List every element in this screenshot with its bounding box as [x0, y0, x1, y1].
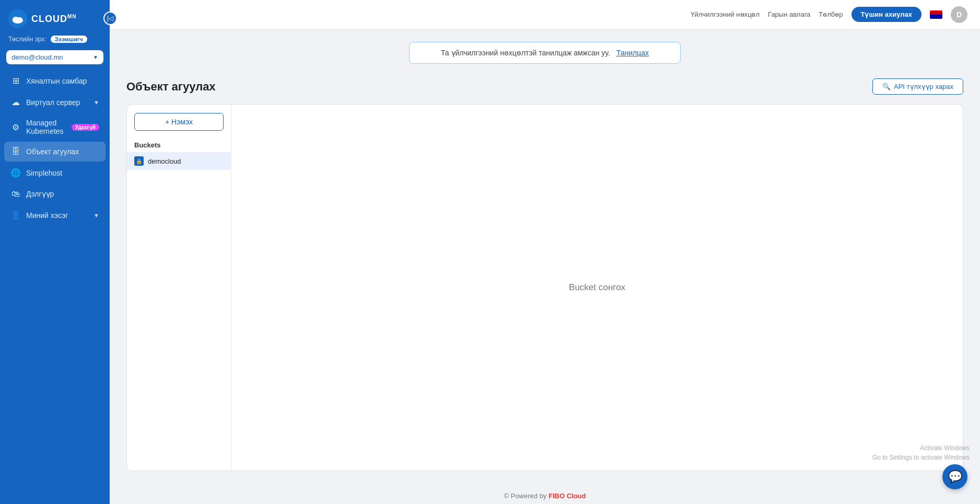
- storage-icon: 🗄: [10, 147, 21, 156]
- page-header: Объект агуулах 🔍 API түлхүүр харах: [126, 78, 963, 95]
- language-flag-mn[interactable]: [930, 10, 942, 19]
- sidebar-item-dashboard[interactable]: ⊞ Хяналтын самбар: [4, 71, 106, 91]
- logo-icon: [8, 9, 27, 28]
- gear-icon: ⚙: [10, 122, 21, 132]
- content-area: Та үйлчилгээний нөхцөлтэй танилцаж амжса…: [110, 29, 980, 484]
- footer-text: © Powered by: [504, 492, 549, 500]
- notice-text: Та үйлчилгээний нөхцөлтэй танилцаж амжса…: [441, 49, 610, 57]
- sidebar-item-label: Хяналтын самбар: [26, 77, 99, 85]
- bucket-list-item[interactable]: 🔒 democloud: [127, 152, 231, 170]
- page-title: Объект агуулах: [126, 80, 216, 94]
- dashboard-icon: ⊞: [10, 76, 21, 86]
- store-icon: 🛍: [10, 189, 21, 199]
- chat-icon: 💬: [948, 470, 962, 484]
- storage-panel: + Нэмэх Buckets 🔒 democloud Bucket сонго…: [126, 104, 963, 471]
- sidebar-item-store[interactable]: 🛍 Дэлгүүр: [4, 184, 106, 204]
- sidebar-item-label: Simplehost: [26, 169, 99, 177]
- sidebar-role: Төслийн эрх: Зээмшигч: [0, 36, 110, 47]
- upgrade-button[interactable]: Түшин ахиулах: [851, 7, 921, 22]
- user-icon: 👤: [10, 210, 21, 220]
- sidebar: CLOUDMN |◁ Төслийн эрх: Зээмшигч demo@cl…: [0, 0, 110, 504]
- sidebar-item-virtual-server[interactable]: ☁ Виртуал сервер ▼: [4, 92, 106, 112]
- bucket-empty-state: Bucket сонгох: [231, 105, 963, 471]
- account-email: demo@cloud.mn: [11, 53, 63, 61]
- lock-icon: 🔒: [136, 158, 142, 164]
- sidebar-item-object-storage[interactable]: 🗄 Объект агуулах: [4, 142, 106, 162]
- footer: © Powered by FIBO Cloud: [110, 484, 980, 504]
- cloud-icon: ☁: [10, 97, 21, 107]
- sidebar-item-label: Дэлгүүр: [26, 190, 99, 198]
- role-label: Төслийн эрх:: [8, 36, 46, 43]
- sidebar-item-label: Миний хэсэг: [26, 211, 88, 220]
- sidebar-item-simplehost[interactable]: 🌐 Simplehost: [4, 163, 106, 183]
- topbar-link-terms[interactable]: Үйлчилгээний нөхцөл: [691, 10, 760, 18]
- sidebar-item-label: Виртуал сервер: [26, 98, 88, 107]
- logo-text: CLOUDMN: [31, 14, 77, 25]
- role-badge: Зээмшигч: [51, 36, 87, 43]
- sidebar-item-label: Объект агуулах: [26, 147, 99, 156]
- notice-bar: Та үйлчилгээний нөхцөлтэй танилцаж амжса…: [409, 42, 681, 64]
- sidebar-item-label: Managed Kubernetes: [26, 119, 64, 135]
- buckets-label: Buckets: [127, 138, 231, 152]
- sidebar-item-kubernetes[interactable]: ⚙ Managed Kubernetes Удахгүй: [4, 113, 106, 141]
- add-bucket-button[interactable]: + Нэмэх: [134, 113, 224, 131]
- topbar: Үйлчилгээний нөхцөл Гарын авлага Төлбөр …: [110, 0, 980, 29]
- sidebar-nav: ⊞ Хяналтын самбар ☁ Виртуал сервер ▼ ⚙ M…: [0, 71, 110, 225]
- kubernetes-badge: Удахгүй: [72, 124, 99, 131]
- sidebar-item-my-section[interactable]: 👤 Миний хэсэг ▼: [4, 205, 106, 225]
- topbar-link-payment[interactable]: Төлбөр: [819, 10, 843, 18]
- api-button-label: API түлхүүр харах: [894, 83, 953, 90]
- search-icon: 🔍: [882, 83, 891, 90]
- chevron-down-icon: ▼: [94, 212, 99, 219]
- account-dropdown-arrow-icon: ▼: [93, 54, 98, 60]
- notice-link[interactable]: Танилцах: [616, 49, 649, 57]
- svg-point-3: [17, 17, 22, 21]
- buckets-sidebar: + Нэмэх Buckets 🔒 democloud: [127, 105, 231, 471]
- sidebar-collapse-button[interactable]: |◁: [103, 12, 117, 25]
- chat-button[interactable]: 💬: [942, 464, 967, 489]
- user-avatar[interactable]: D: [951, 6, 967, 23]
- bucket-name: democloud: [148, 157, 181, 165]
- fibo-cloud-link[interactable]: FIBO Cloud: [549, 492, 586, 500]
- bucket-icon: 🔒: [134, 156, 144, 166]
- sidebar-logo: CLOUDMN |◁: [0, 0, 110, 36]
- main-content: Үйлчилгээний нөхцөл Гарын авлага Төлбөр …: [110, 0, 980, 504]
- globe-icon: 🌐: [10, 168, 21, 178]
- chevron-down-icon: ▼: [94, 99, 99, 106]
- app-wrapper: CLOUDMN |◁ Төслийн эрх: Зээмшигч demo@cl…: [0, 0, 980, 504]
- empty-state-text: Bucket сонгох: [569, 282, 625, 293]
- sidebar-account-selector[interactable]: demo@cloud.mn ▼: [6, 50, 103, 64]
- api-key-button[interactable]: 🔍 API түлхүүр харах: [872, 78, 963, 95]
- topbar-link-guide[interactable]: Гарын авлага: [768, 10, 810, 18]
